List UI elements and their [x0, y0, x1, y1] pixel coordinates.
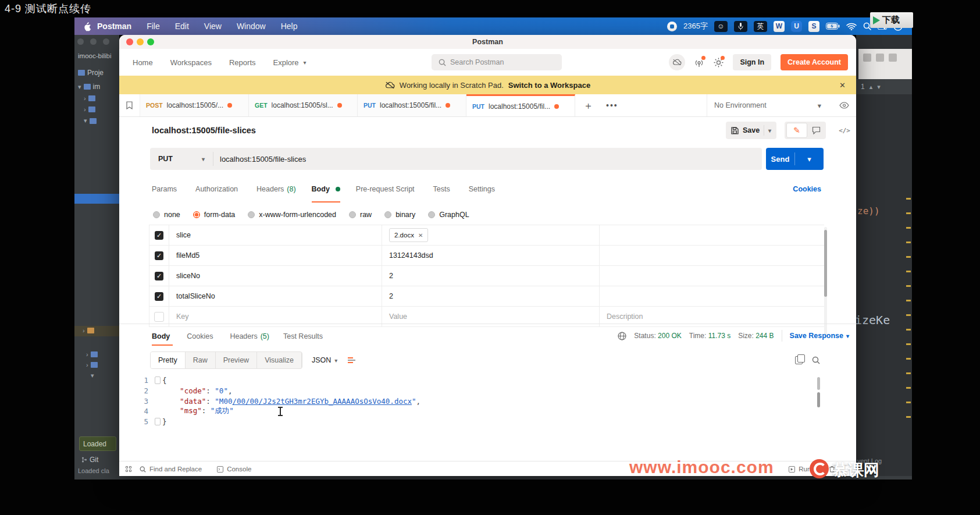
- ide-tree-item[interactable]: ▾: [91, 372, 94, 379]
- ide-search-bar[interactable]: 1 ▴ ▾: [856, 79, 912, 94]
- beautify-icon[interactable]: [348, 357, 355, 363]
- key-cell[interactable]: slice: [169, 225, 382, 245]
- editor-scrollbar[interactable]: [817, 377, 820, 441]
- body-mode-radio[interactable]: none: [153, 211, 180, 219]
- checkbox-checked-icon[interactable]: ✓: [155, 292, 163, 301]
- response-tab[interactable]: Body: [152, 324, 173, 348]
- screen-record-icon[interactable]: [667, 22, 677, 31]
- checkbox-checked-icon[interactable]: ✓: [155, 272, 163, 280]
- nav-item[interactable]: Explore: [273, 58, 299, 67]
- microphone-icon[interactable]: [734, 21, 747, 32]
- request-name[interactable]: localhost:15005/file-slices: [152, 126, 256, 135]
- key-cell[interactable]: sliceNo: [169, 266, 382, 286]
- remove-file-icon[interactable]: ✕: [418, 232, 423, 239]
- table-scrollbar[interactable]: [824, 227, 827, 338]
- url-input[interactable]: localhost:15005/file-slices: [220, 155, 306, 164]
- view-toggle[interactable]: Preview: [216, 352, 257, 368]
- table-row[interactable]: ✓ sliceNo 2: [149, 266, 824, 286]
- ide-tree-item[interactable]: ›: [84, 95, 95, 102]
- request-config-tab[interactable]: Tests: [433, 173, 453, 205]
- value-cell[interactable]: 2: [382, 266, 600, 286]
- environment-selector[interactable]: No Environment ▾: [707, 94, 856, 116]
- sogou-icon[interactable]: S: [808, 21, 819, 32]
- key-cell[interactable]: totalSliceNo: [169, 286, 382, 306]
- sign-in-button[interactable]: Sign In: [733, 54, 771, 70]
- save-button[interactable]: Save ▾: [726, 122, 776, 139]
- menubar-item[interactable]: File: [147, 22, 160, 31]
- comment-icon[interactable]: [812, 126, 821, 134]
- ide-tree-item[interactable]: ›: [86, 351, 98, 358]
- chevron-down-icon[interactable]: ▾: [795, 155, 824, 164]
- emoji-input-icon[interactable]: ☺: [714, 21, 728, 32]
- request-tab[interactable]: PUT localhost:15005/fil...: [358, 94, 466, 116]
- format-dropdown[interactable]: JSON ▾: [312, 356, 337, 364]
- description-cell[interactable]: [600, 266, 824, 286]
- nav-item[interactable]: Reports: [229, 58, 256, 67]
- checkbox-checked-icon[interactable]: ✓: [155, 231, 163, 240]
- input-method-icon[interactable]: 英: [754, 21, 767, 32]
- table-row[interactable]: ✓ fileMd5 13124143dsd: [149, 246, 824, 266]
- view-toggle[interactable]: Raw: [186, 352, 216, 368]
- request-config-tab[interactable]: Pre-request Script: [356, 173, 418, 205]
- ide-tree-item[interactable]: ›: [86, 361, 98, 368]
- table-row[interactable]: ✓ totalSliceNo 2: [149, 286, 824, 307]
- create-account-button[interactable]: Create Account: [781, 54, 848, 70]
- ide-tree-item[interactable]: ›: [84, 106, 95, 113]
- menubar-item[interactable]: Edit: [175, 22, 189, 31]
- new-tab-button[interactable]: ＋: [583, 99, 593, 112]
- view-toggle[interactable]: Visualize: [257, 352, 302, 368]
- menubar-item[interactable]: Help: [281, 22, 298, 31]
- search-response-icon[interactable]: [812, 356, 820, 364]
- save-response-button[interactable]: Save Response ▾: [790, 332, 849, 340]
- body-mode-radio[interactable]: x-www-form-urlencoded: [248, 211, 336, 219]
- request-config-tab[interactable]: Settings: [469, 173, 498, 205]
- body-mode-radio[interactable]: form-data: [193, 211, 236, 219]
- nav-item[interactable]: Home: [133, 58, 153, 67]
- copy-icon[interactable]: [795, 356, 803, 364]
- ide-tree-item[interactable]: ›: [83, 327, 94, 334]
- ide-highlighted-item[interactable]: [74, 326, 119, 336]
- console-button[interactable]: Console: [217, 466, 251, 473]
- nav-item[interactable]: Workspaces: [170, 58, 212, 67]
- method-dropdown[interactable]: PUT ▾: [150, 155, 213, 163]
- response-link[interactable]: /00/00/J2s2tGH3mr2EGYb_AAAAAOsOsVo40.doc…: [232, 397, 412, 406]
- time-value[interactable]: 11.73 s: [708, 332, 730, 340]
- ide-git-tab[interactable]: Git: [81, 456, 98, 464]
- find-replace-button[interactable]: Find and Replace: [140, 466, 202, 473]
- size-value[interactable]: 244 B: [756, 332, 774, 340]
- settings-gear-icon[interactable]: [714, 58, 724, 68]
- view-toggle[interactable]: Pretty: [151, 352, 186, 368]
- switch-workspace-link[interactable]: Switch to a Workspace: [508, 81, 590, 90]
- value-cell[interactable]: 13124143dsd: [382, 246, 600, 265]
- body-mode-radio[interactable]: GraphQL: [428, 211, 469, 219]
- arrow-down-icon[interactable]: ▾: [877, 83, 881, 91]
- body-mode-radio[interactable]: raw: [349, 211, 372, 219]
- ide-tree-root[interactable]: ▾im: [78, 83, 100, 91]
- status-value[interactable]: 200 OK: [658, 332, 682, 340]
- youdao-icon[interactable]: U: [791, 21, 802, 32]
- response-tab[interactable]: Headers (5): [230, 324, 269, 348]
- key-cell[interactable]: fileMd5: [169, 246, 382, 265]
- table-row[interactable]: ✓ slice 2.docx ✕: [149, 225, 824, 246]
- apple-logo-icon[interactable]: [83, 22, 91, 31]
- wps-icon[interactable]: W: [774, 21, 785, 32]
- window-titlebar[interactable]: Postman: [119, 35, 856, 49]
- request-config-tab[interactable]: Authorization: [195, 173, 241, 205]
- ide-window-controls[interactable]: [77, 38, 113, 45]
- request-config-tab[interactable]: Params: [152, 173, 180, 205]
- request-config-tab[interactable]: Body: [312, 173, 340, 205]
- description-cell[interactable]: [600, 286, 824, 306]
- environment-eye-icon[interactable]: [839, 102, 849, 109]
- code-snippet-toggle[interactable]: </>: [839, 127, 850, 134]
- battery-icon[interactable]: [826, 23, 840, 30]
- file-chip[interactable]: 2.docx ✕: [389, 228, 428, 242]
- request-tab[interactable]: POST localhost:15005/...: [140, 94, 249, 116]
- request-tab[interactable]: GET localhost:15005/sl...: [249, 94, 358, 116]
- notifications-icon[interactable]: [694, 58, 704, 68]
- ide-project-tab[interactable]: Proje: [78, 69, 104, 77]
- body-mode-radio[interactable]: binary: [384, 211, 415, 219]
- request-tab[interactable]: PUT localhost:15005/fil...: [466, 94, 575, 116]
- collection-bookmark-icon[interactable]: [119, 94, 140, 116]
- ide-tree-item[interactable]: ▾: [84, 117, 97, 125]
- fold-icon[interactable]: [153, 418, 162, 425]
